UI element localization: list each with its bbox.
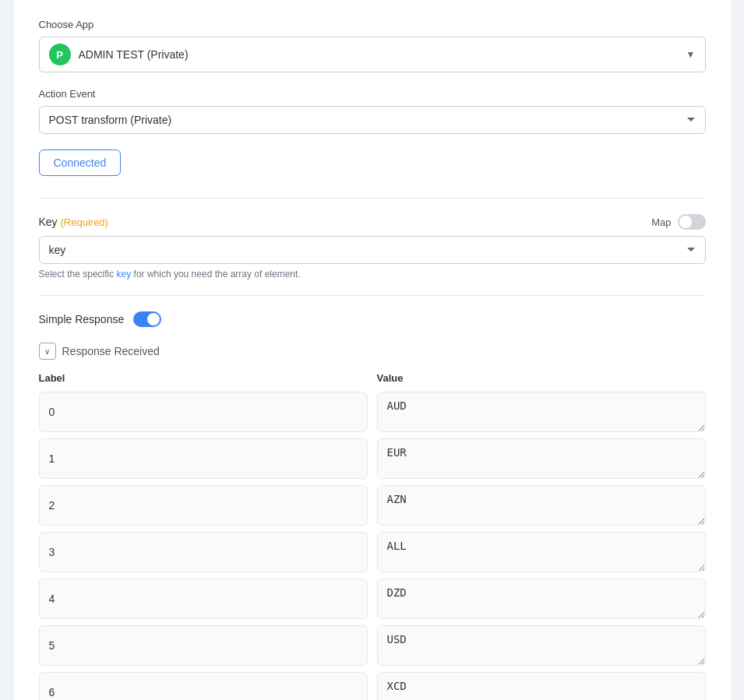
label-input-5[interactable] [39, 625, 368, 666]
key-select[interactable]: key [39, 236, 706, 264]
action-event-select[interactable]: POST transform (Private) [39, 106, 706, 134]
app-icon: P [49, 44, 71, 65]
app-name: ADMIN TEST (Private) [79, 48, 686, 61]
divider-2 [39, 295, 706, 296]
label-input-3[interactable] [39, 532, 368, 572]
label-input-2[interactable] [39, 485, 368, 526]
response-received-row: ∨ Response Received [39, 343, 706, 360]
value-textarea-1[interactable] [377, 438, 706, 479]
response-collapse-icon[interactable]: ∨ [39, 343, 56, 360]
value-column-header: Value [377, 372, 706, 384]
simple-response-toggle[interactable] [133, 311, 161, 327]
app-select[interactable]: P ADMIN TEST (Private) ▼ [39, 37, 706, 72]
key-label: Key [39, 216, 58, 228]
app-icon-letter: P [56, 49, 63, 61]
table-row [39, 532, 706, 572]
choose-app-section: Choose App P ADMIN TEST (Private) ▼ [39, 19, 706, 72]
label-value-table: Label Value [39, 372, 706, 700]
map-section: Map [651, 214, 705, 230]
label-column-header: Label [39, 372, 368, 384]
connected-section: Connected [39, 149, 706, 176]
table-row [39, 438, 706, 479]
map-toggle[interactable] [678, 214, 706, 230]
action-event-label: Action Event [39, 88, 706, 100]
label-input-0[interactable] [39, 392, 368, 432]
action-event-section: Action Event POST transform (Private) [39, 88, 706, 134]
table-header: Label Value [39, 372, 706, 384]
label-input-6[interactable] [39, 672, 368, 700]
key-section: Key (Required) Map key Select the specif… [39, 214, 706, 280]
key-header: Key (Required) Map [39, 214, 706, 230]
value-textarea-5[interactable] [377, 625, 706, 666]
value-textarea-2[interactable] [377, 485, 706, 526]
simple-response-section: Simple Response [39, 311, 706, 327]
app-select-chevron-icon: ▼ [686, 49, 696, 60]
response-received-label: Response Received [62, 345, 160, 357]
value-textarea-0[interactable] [377, 392, 706, 432]
key-hint: Select the specific key for which you ne… [39, 269, 706, 280]
value-textarea-6[interactable] [377, 672, 706, 700]
label-input-4[interactable] [39, 579, 368, 619]
map-label: Map [651, 216, 671, 228]
choose-app-label: Choose App [39, 19, 706, 30]
required-tag: (Required) [61, 216, 108, 228]
table-row [39, 625, 706, 666]
table-row [39, 579, 706, 619]
simple-response-label: Simple Response [39, 313, 125, 325]
table-rows-container [39, 392, 706, 700]
section-divider [39, 198, 706, 199]
table-row [39, 392, 706, 432]
table-row [39, 485, 706, 526]
value-textarea-3[interactable] [377, 532, 706, 572]
connected-button[interactable]: Connected [39, 149, 122, 176]
table-row [39, 672, 706, 700]
value-textarea-4[interactable] [377, 579, 706, 619]
label-input-1[interactable] [39, 438, 368, 479]
key-label-group: Key (Required) [39, 216, 108, 228]
